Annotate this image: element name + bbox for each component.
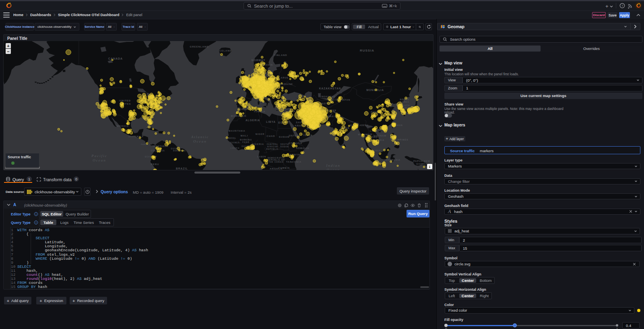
svg-text:THE CONGO: THE CONGO [268, 161, 284, 163]
svg-text:UNITED: UNITED [120, 99, 131, 102]
svg-text:Atlantic: Atlantic [191, 135, 209, 139]
svg-text:GUINEA: GUINEA [230, 142, 240, 144]
svg-text:NORWAY: NORWAY [252, 59, 266, 62]
svg-text:MALI: MALI [241, 134, 248, 137]
svg-text:SOUTH: SOUTH [281, 143, 289, 145]
svg-text:GUINEA: GUINEA [416, 163, 427, 165]
svg-text:FINLAND: FINLAND [274, 54, 287, 56]
svg-text:SUDAN: SUDAN [280, 146, 289, 148]
svg-text:ZAMBIA: ZAMBIA [278, 167, 290, 169]
svg-text:CHAD: CHAD [266, 135, 275, 137]
svg-text:?: ? [621, 4, 623, 8]
svg-text:Ocean: Ocean [326, 168, 340, 170]
svg-text:INDONESIA: INDONESIA [384, 159, 400, 161]
svg-text:PERU: PERU [151, 163, 159, 166]
svg-text:GABON: GABON [257, 156, 266, 158]
svg-text:RUSSIA: RUSSIA [360, 49, 374, 52]
svg-text:REPUBLIC: REPUBLIC [266, 148, 279, 150]
svg-text:PANAMA: PANAMA [141, 143, 150, 145]
svg-text:SUDAN: SUDAN [279, 136, 289, 138]
svg-text:LIBERIA: LIBERIA [231, 147, 240, 149]
svg-text:GREENLAND: GREENLAND [190, 46, 208, 48]
svg-text:Ocean: Ocean [193, 139, 207, 143]
svg-text:BRAZIL: BRAZIL [176, 167, 188, 170]
svg-text:GUATEMALA: GUATEMALA [128, 136, 143, 138]
svg-text:MEXICO: MEXICO [117, 125, 129, 127]
svg-text:UZBEKISTAN: UZBEKISTAN [318, 95, 335, 98]
svg-text:Indian: Indian [326, 163, 341, 168]
svg-text:PAPUA NEW: PAPUA NEW [413, 160, 430, 162]
svg-text:KAZAKHSTAN: KAZAKHSTAN [319, 87, 341, 90]
svg-text:LIBYA: LIBYA [266, 120, 276, 123]
svg-text:Ocean: Ocean [93, 158, 106, 162]
svg-text:Pacific: Pacific [91, 154, 107, 158]
svg-text:TANZANIA: TANZANIA [286, 161, 301, 163]
svg-text:MOROCCO: MOROCCO [231, 115, 247, 117]
svg-text:NIGER: NIGER [256, 133, 264, 135]
svg-text:ALGERIA: ALGERIA [246, 119, 260, 122]
svg-text:ETHIOPIA: ETHIOPIA [289, 142, 302, 145]
svg-text:SOMALIA: SOMALIA [296, 147, 309, 149]
svg-text:AFRICAN: AFRICAN [267, 146, 278, 148]
svg-text:CANADA: CANADA [108, 57, 123, 60]
svg-text:MAURITANIA: MAURITANIA [229, 130, 245, 132]
svg-text:CENTRAL: CENTRAL [267, 143, 279, 145]
svg-text:ICELAND: ICELAND [218, 50, 232, 52]
svg-text:FASO: FASO [242, 141, 250, 143]
